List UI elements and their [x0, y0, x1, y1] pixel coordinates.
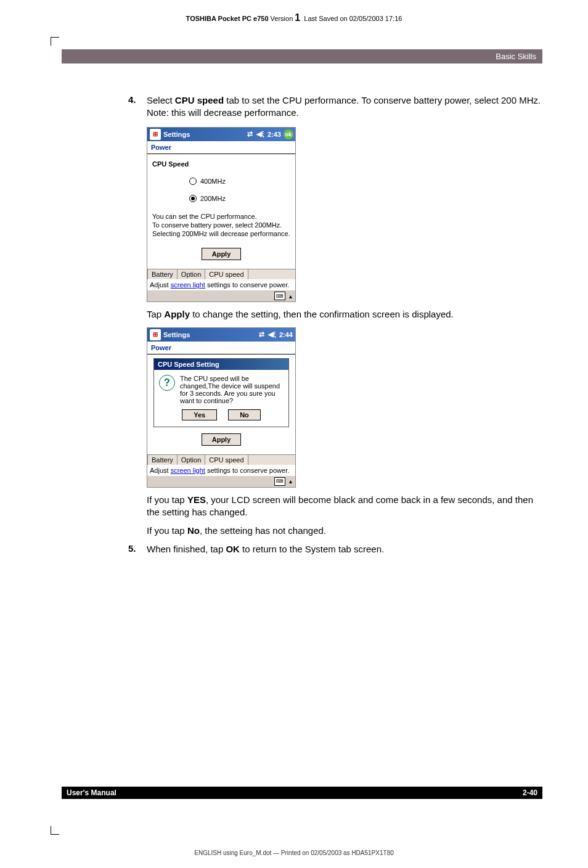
tab-cpu-speed-2[interactable]: CPU speed: [205, 454, 248, 465]
tab-cpu-speed[interactable]: CPU speed: [205, 269, 248, 279]
ppc-bottom-bar-2: ⌨ ▴: [147, 476, 295, 487]
mid-post: to change the setting, then the confirma…: [190, 309, 454, 319]
dialog-body-text: The CPU speed will be changed,The device…: [180, 375, 284, 404]
tab-filler: [248, 269, 295, 279]
tab-battery-2[interactable]: Battery: [147, 454, 178, 465]
screenshot-cpu-speed: ⊞ Settings ⇄ ◀ξ 2:43 ok Power CPU Speed …: [147, 127, 296, 303]
crop-mark-top: [51, 37, 59, 46]
question-icon: ?: [159, 375, 175, 391]
confirm-dialog: CPU Speed Setting ? The CPU speed will b…: [153, 358, 289, 427]
ppc-bottom-bar: ⌨ ▴: [147, 290, 295, 301]
tab-filler-2: [248, 454, 295, 465]
ppc-subtitle: Power: [147, 141, 295, 154]
step5-pre: When finished, tap: [147, 544, 226, 554]
step5-bold: OK: [226, 544, 240, 554]
footer-right: 2-40: [523, 788, 537, 797]
radio-400mhz[interactable]: 400MHz: [189, 178, 290, 185]
speaker-icon[interactable]: ◀ξ: [255, 130, 265, 138]
step-4-pre: Select: [147, 95, 175, 105]
footer-left: User's Manual: [67, 788, 116, 797]
ppc-hint: Adjust screen light settings to conserve…: [147, 279, 295, 290]
keyboard-icon[interactable]: ⌨: [274, 292, 285, 300]
screen-light-link[interactable]: screen light: [171, 281, 205, 289]
screen-light-link-2[interactable]: screen light: [171, 467, 205, 474]
signal-icon[interactable]: ⇄: [257, 330, 267, 338]
after1-bold: YES: [187, 494, 206, 505]
clock-time: 2:43: [267, 131, 281, 138]
keyboard-icon[interactable]: ⌨: [274, 477, 285, 486]
apply-button[interactable]: Apply: [202, 248, 242, 260]
footer-print-line: ENGLISH using Euro_M.dot — Printed on 02…: [0, 850, 588, 856]
ppc-title-2: Settings: [163, 331, 257, 338]
product-name: TOSHIBA Pocket PC e750: [186, 15, 269, 22]
saved-date: Last Saved on 02/05/2003 17:16: [304, 15, 402, 22]
yes-button[interactable]: Yes: [182, 409, 217, 420]
section-bar: Basic Skills: [62, 49, 542, 63]
hint-post-2: settings to conserve power.: [205, 467, 289, 474]
radio-icon: [189, 178, 197, 185]
ok-button[interactable]: ok: [284, 129, 293, 139]
tab-battery[interactable]: Battery: [147, 269, 178, 279]
step-4-number: 4.: [62, 94, 147, 120]
after2-pre: If you tap: [147, 525, 187, 536]
arrow-up-icon[interactable]: ▴: [287, 292, 294, 300]
after1-pre: If you tap: [147, 494, 187, 505]
crop-mark-bottom: [51, 826, 59, 835]
radio-200mhz[interactable]: 200MHz: [189, 195, 290, 202]
ppc-title: Settings: [163, 131, 245, 138]
clock-time-2: 2:44: [279, 331, 293, 338]
cpu-speed-heading: CPU Speed: [152, 160, 290, 168]
after-text-2: If you tap No, the setteing has not chan…: [147, 525, 542, 537]
page-header: TOSHIBA Pocket PC e750 Version 1 Last Sa…: [0, 12, 588, 23]
ppc-titlebar: ⊞ Settings ⇄ ◀ξ 2:43 ok: [147, 128, 295, 141]
radio-icon-selected: [189, 195, 197, 202]
apply-button-2[interactable]: Apply: [202, 433, 242, 446]
step-4-bold: CPU speed: [175, 95, 224, 105]
cpu-info-text: You can set the CPU performance. To cons…: [152, 212, 290, 239]
after2-post: , the setteing has not changed.: [200, 525, 326, 536]
radio-400-label: 400MHz: [200, 178, 226, 185]
ppc-titlebar-2: ⊞ Settings ⇄ ◀ξ 2:44: [147, 328, 295, 342]
step-4-text: Select CPU speed tab to set the CPU perf…: [147, 94, 542, 120]
ppc-tabs-2: Battery Option CPU speed: [147, 454, 295, 465]
step-5: 5. When finished, tap OK to return to th…: [62, 543, 542, 555]
windows-flag-icon[interactable]: ⊞: [150, 329, 161, 340]
version-num: 1: [295, 12, 300, 23]
ppc-subtitle-2: Power: [147, 342, 295, 354]
tab-option[interactable]: Option: [177, 269, 205, 279]
no-button[interactable]: No: [228, 409, 261, 420]
after2-bold: No: [187, 525, 200, 536]
mid-bold: Apply: [164, 309, 190, 319]
hint-pre-2: Adjust: [150, 467, 171, 474]
mid-text: Tap Apply to change the setting, then th…: [147, 308, 542, 321]
dialog-title: CPU Speed Setting: [154, 359, 288, 370]
hint-post: settings to conserve power.: [205, 281, 289, 289]
step-4: 4. Select CPU speed tab to set the CPU p…: [62, 94, 542, 120]
version-label: Version: [271, 15, 293, 22]
step5-post: to return to the System tab screen.: [240, 544, 384, 554]
after-text-1: If you tap YES, your LCD screen will bec…: [147, 494, 542, 519]
ppc-tabs: Battery Option CPU speed: [147, 269, 295, 279]
signal-icon[interactable]: ⇄: [245, 130, 255, 138]
step-5-number: 5.: [62, 543, 147, 555]
ppc-hint-2: Adjust screen light settings to conserve…: [147, 465, 295, 476]
windows-flag-icon[interactable]: ⊞: [150, 129, 161, 140]
speaker-icon[interactable]: ◀ξ: [267, 330, 277, 338]
radio-200-label: 200MHz: [200, 195, 226, 202]
hint-pre: Adjust: [150, 281, 171, 289]
arrow-up-icon[interactable]: ▴: [287, 477, 294, 486]
step-5-text: When finished, tap OK to return to the S…: [147, 543, 384, 555]
mid-pre: Tap: [147, 309, 164, 319]
screenshot-confirm-dialog: ⊞ Settings ⇄ ◀ξ 2:44 Power CPU Speed Set…: [147, 327, 296, 488]
footer-bar: User's Manual 2-40: [62, 787, 542, 799]
tab-option-2[interactable]: Option: [177, 454, 205, 465]
